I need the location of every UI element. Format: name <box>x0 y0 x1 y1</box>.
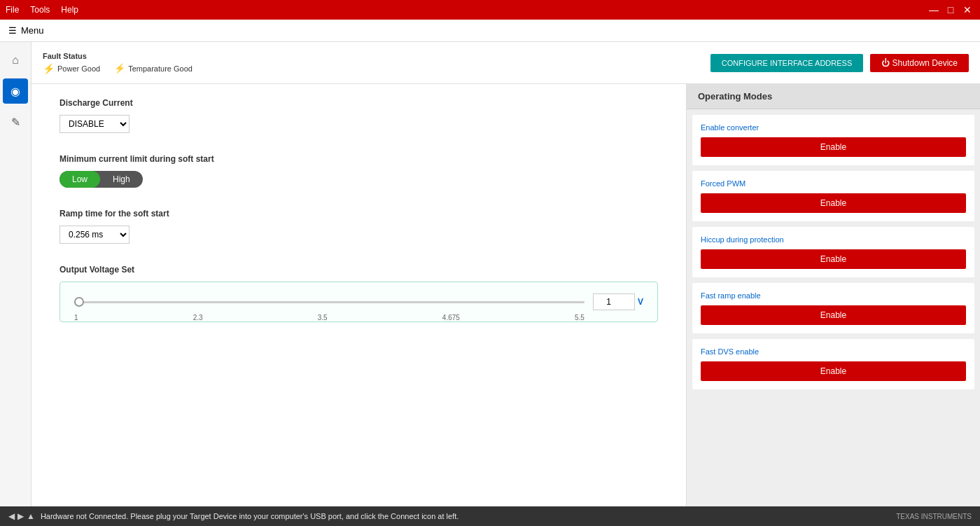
operating-mode-hiccup: Hiccup during protection Enable <box>692 227 974 277</box>
hiccup-button[interactable]: Enable <box>701 249 966 269</box>
minimize-button[interactable]: — <box>927 3 941 17</box>
menu-tools[interactable]: Tools <box>30 5 50 15</box>
right-panel-title: Operating Modes <box>687 84 980 109</box>
fault-item-power: ⚡ Power Good <box>43 63 100 74</box>
min-current-limit-row: Minimum current limit during soft start … <box>59 154 658 188</box>
forced-pwm-label: Forced PWM <box>701 179 966 188</box>
ramp-time-row: Ramp time for the soft start 0.256 ms 0.… <box>59 209 658 244</box>
operating-mode-fast-ramp: Fast ramp enable Enable <box>692 283 974 333</box>
power-good-label: Power Good <box>57 64 100 73</box>
slider-tick-5: 5.5 <box>575 314 584 321</box>
fast-dvs-button[interactable]: Enable <box>701 361 966 381</box>
operating-mode-fast-dvs: Fast DVS enable Enable <box>692 339 974 389</box>
temperature-good-icon: ⚡ <box>114 63 125 74</box>
status-message: Hardware not Connected. Please plug your… <box>41 512 458 520</box>
toggle-low[interactable]: Low <box>59 171 100 188</box>
header-area: Fault Status ⚡ Power Good ⚡ Temparature … <box>31 42 980 84</box>
discharge-current-select[interactable]: DISABLE ENABLE <box>59 115 130 133</box>
enable-converter-label: Enable converter <box>701 123 966 132</box>
shutdown-device-button[interactable]: ⏻ Shutdown Device <box>870 54 969 72</box>
discharge-current-label: Discharge Current <box>59 98 658 108</box>
menu-bar: ☰ Menu <box>0 20 980 42</box>
status-icon-right[interactable]: ▶ <box>18 511 24 521</box>
sidebar-item-monitor[interactable]: ◉ <box>3 78 28 104</box>
sidebar-item-edit[interactable]: ✎ <box>3 109 28 134</box>
configure-interface-button[interactable]: CONFIGURE INTERFACE ADDRESS <box>710 54 863 72</box>
slider-tick-3: 3.5 <box>318 314 328 321</box>
header-buttons: CONFIGURE INTERFACE ADDRESS ⏻ Shutdown D… <box>710 54 969 72</box>
app-layout: ⌂ ◉ ✎ Fault Status ⚡ Power Good ⚡ Tempar… <box>0 42 980 506</box>
sidebar-item-home[interactable]: ⌂ <box>3 48 28 73</box>
slider-tick-4: 4.675 <box>442 314 460 321</box>
fault-status: Fault Status ⚡ Power Good ⚡ Temparature … <box>43 52 192 74</box>
fault-status-title: Fault Status <box>43 52 192 60</box>
operating-mode-enable-converter: Enable converter Enable <box>692 115 974 165</box>
power-good-icon: ⚡ <box>43 63 55 74</box>
slider-wrapper: 1 2.3 3.5 4.675 5.5 V <box>74 293 643 310</box>
enable-converter-button[interactable]: Enable <box>701 137 966 157</box>
output-voltage-label: Output Voltage Set <box>59 265 658 275</box>
fast-ramp-button[interactable]: Enable <box>701 305 966 325</box>
menu-label: Menu <box>21 25 44 36</box>
slider-input-group: V <box>593 293 643 310</box>
menu-file[interactable]: File <box>6 5 19 15</box>
temperature-good-label: Temparature Good <box>128 64 192 73</box>
sidebar: ⌂ ◉ ✎ <box>0 42 31 506</box>
voltage-slider[interactable] <box>74 301 584 303</box>
status-bar-right: TEXAS INSTRUMENTS <box>896 513 972 520</box>
status-bar-icons: ◀ ▶ ▲ <box>8 511 35 521</box>
min-current-limit-label: Minimum current limit during soft start <box>59 154 658 164</box>
output-voltage-row: Output Voltage Set 1 2.3 3.5 4.675 5. <box>59 265 658 322</box>
right-panel: Operating Modes Enable converter Enable … <box>686 84 980 506</box>
hiccup-label: Hiccup during protection <box>701 235 966 244</box>
brand-label: TEXAS INSTRUMENTS <box>896 513 972 520</box>
fast-ramp-label: Fast ramp enable <box>701 291 966 300</box>
slider-track: 1 2.3 3.5 4.675 5.5 <box>74 295 584 309</box>
voltage-number-input[interactable] <box>593 293 635 310</box>
ramp-time-label: Ramp time for the soft start <box>59 209 658 219</box>
min-current-toggle[interactable]: Low High <box>59 171 143 188</box>
menu-help[interactable]: Help <box>61 5 78 15</box>
output-voltage-container: 1 2.3 3.5 4.675 5.5 V <box>59 282 658 322</box>
title-bar-menu: File Tools Help <box>6 5 78 15</box>
main-content: Discharge Current DISABLE ENABLE Minimum… <box>31 84 980 506</box>
fast-dvs-label: Fast DVS enable <box>701 347 966 356</box>
toggle-high[interactable]: High <box>100 171 143 188</box>
slider-tick-2: 2.3 <box>193 314 203 321</box>
maximize-button[interactable]: □ <box>944 3 958 17</box>
close-button[interactable]: ✕ <box>960 3 974 17</box>
forced-pwm-button[interactable]: Enable <box>701 193 966 213</box>
ramp-time-select[interactable]: 0.256 ms 0.512 ms 1.024 ms 2.048 ms <box>59 226 130 244</box>
center-panel: Discharge Current DISABLE ENABLE Minimum… <box>31 84 686 506</box>
slider-tick-1: 1 <box>74 314 78 321</box>
hamburger-icon: ☰ <box>8 25 17 36</box>
status-icon-left[interactable]: ◀ <box>8 511 15 521</box>
fault-item-temp: ⚡ Temparature Good <box>114 63 192 74</box>
title-bar-controls: — □ ✕ <box>927 3 974 17</box>
voltage-unit: V <box>638 297 643 307</box>
fault-status-items: ⚡ Power Good ⚡ Temparature Good <box>43 63 192 74</box>
title-bar: File Tools Help — □ ✕ <box>0 0 980 20</box>
operating-mode-forced-pwm: Forced PWM Enable <box>692 171 974 221</box>
status-icon-up[interactable]: ▲ <box>27 511 35 521</box>
discharge-current-row: Discharge Current DISABLE ENABLE <box>59 98 658 133</box>
menu-bar-item[interactable]: ☰ Menu <box>8 25 44 36</box>
slider-labels: 1 2.3 3.5 4.675 5.5 <box>74 314 584 321</box>
status-bar: ◀ ▶ ▲ Hardware not Connected. Please plu… <box>0 506 980 526</box>
